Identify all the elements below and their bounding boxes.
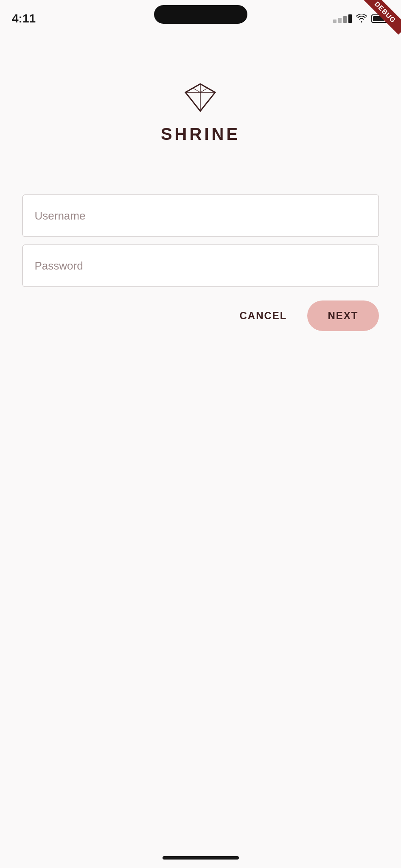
svg-line-9	[193, 84, 200, 88]
signal-icon	[333, 14, 352, 23]
svg-line-7	[193, 88, 200, 92]
cancel-button[interactable]: CANCEL	[231, 303, 295, 328]
username-input[interactable]	[22, 195, 379, 237]
notch	[154, 5, 247, 24]
form-actions: CANCEL NEXT	[22, 300, 379, 331]
svg-line-10	[200, 84, 208, 88]
debug-label: DEBUG	[363, 0, 401, 35]
home-indicator	[163, 856, 239, 860]
next-button[interactable]: NEXT	[307, 300, 379, 331]
status-bar: 4:11	[0, 0, 401, 30]
logo-container: SHRINE	[161, 81, 240, 144]
main-content: SHRINE CANCEL NEXT	[0, 30, 401, 331]
shrine-logo-icon	[181, 81, 219, 114]
debug-badge: DEBUG	[363, 0, 401, 38]
status-time: 4:11	[12, 12, 36, 25]
app-title: SHRINE	[161, 125, 240, 144]
svg-line-6	[208, 88, 215, 92]
svg-line-5	[185, 88, 193, 92]
password-input[interactable]	[22, 245, 379, 287]
login-form: CANCEL NEXT	[22, 195, 379, 331]
svg-line-8	[200, 88, 208, 92]
